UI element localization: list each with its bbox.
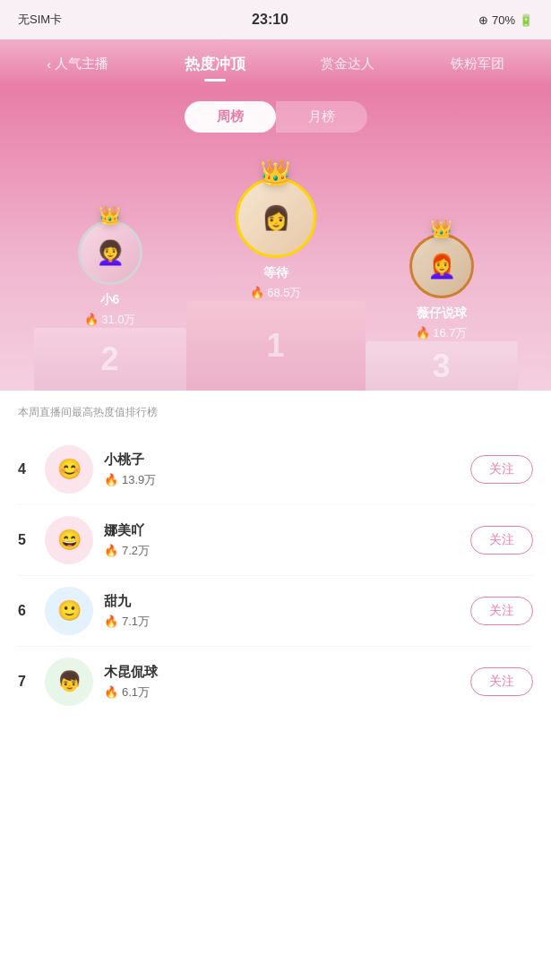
nav-tabs: ‹ 人气主播 热度冲顶 赏金达人 铁粉军团	[0, 48, 551, 87]
score-7: 6.1万	[122, 684, 150, 701]
tab-热度冲顶[interactable]: 热度冲顶	[185, 54, 245, 74]
battery-label: ⊕ 70% 🔋	[478, 13, 533, 27]
toggle-pills: 周榜 月榜	[18, 101, 533, 133]
avatar-6: 🙂	[45, 587, 93, 635]
fire-icon-4: 🔥	[104, 473, 118, 486]
score-6: 7.1万	[122, 614, 150, 630]
rank-1-score: 🔥 68.5万	[250, 285, 302, 301]
pill-weekly[interactable]: 周榜	[185, 101, 276, 133]
follow-button-4[interactable]: 关注	[470, 455, 533, 484]
follow-button-5[interactable]: 关注	[470, 526, 533, 554]
hero-section: 周榜 月榜 👑 👩‍🦱 小6 🔥 31.0万 2	[0, 87, 551, 391]
info-6: 甜九 🔥 7.1万	[104, 593, 470, 630]
rank-2-score: 🔥 31.0万	[84, 312, 136, 328]
name-7: 木昆侃球	[104, 664, 470, 681]
name-4: 小桃子	[104, 451, 470, 469]
rank-1-name: 等待	[263, 265, 288, 281]
rank-1-avatar: 👩	[236, 177, 316, 258]
info-4: 小桃子 🔥 13.9万	[104, 451, 470, 488]
rank-label-4: 4	[18, 461, 45, 477]
nav-back-button[interactable]: ‹ 人气主播	[47, 56, 108, 73]
back-label: 人气主播	[55, 56, 108, 73]
info-5: 娜美吖 🔥 7.2万	[104, 522, 470, 559]
rank-2-avatar-wrap: 👑 👩‍🦱	[78, 220, 142, 285]
list-item: 6 🙂 甜九 🔥 7.1万 关注	[18, 576, 533, 647]
fire-icon-5: 🔥	[104, 544, 118, 557]
fire-icon-3: 🔥	[416, 326, 430, 340]
rank-3-crown: 👑	[430, 218, 452, 239]
fire-icon-6: 🔥	[104, 615, 118, 628]
score-row-7: 🔥 6.1万	[104, 684, 470, 701]
rank-label-6: 6	[18, 603, 45, 619]
fire-icon-7: 🔥	[104, 685, 118, 699]
name-5: 娜美吖	[104, 522, 470, 539]
list-section: 本周直播间最高热度值排行榜 4 😊 小桃子 🔥 13.9万 关注 5 😄 娜美吖…	[0, 391, 551, 731]
list-item: 4 😊 小桃子 🔥 13.9万 关注	[18, 434, 533, 505]
podium-block-3: 3	[366, 341, 518, 391]
rank-3-person: 👑 👩‍🦰 薇仔说球 🔥 16.7万 3	[366, 234, 518, 391]
rank-3-score: 🔥 16.7万	[416, 325, 468, 341]
time-label: 23:10	[252, 12, 288, 28]
rank-1-avatar-wrap: 👑 👩	[236, 177, 316, 258]
podium-block-1: 1	[186, 301, 366, 391]
rank-2-crown: 👑	[99, 204, 121, 226]
name-6: 甜九	[104, 593, 470, 610]
rank-2-avatar: 👩‍🦱	[78, 220, 142, 285]
persons-row: 👑 👩‍🦱 小6 🔥 31.0万 2 👑 👩	[18, 177, 533, 391]
rank-2-person: 👑 👩‍🦱 小6 🔥 31.0万 2	[34, 220, 186, 391]
avatar-7: 👦	[45, 658, 93, 706]
status-bar: 无SIM卡 23:10 ⊕ 70% 🔋	[0, 0, 551, 39]
rank-label-5: 5	[18, 532, 45, 548]
pill-monthly[interactable]: 月榜	[276, 101, 367, 133]
fire-icon-2: 🔥	[84, 313, 99, 326]
avatar-5: 😄	[45, 516, 93, 564]
rank-1-person: 👑 👩 等待 🔥 68.5万 1	[186, 177, 366, 391]
rank-label-7: 7	[18, 674, 45, 690]
podium-block-2: 2	[34, 328, 186, 391]
avatar-4: 😊	[45, 445, 93, 494]
score-row-4: 🔥 13.9万	[104, 472, 470, 488]
fire-icon-1: 🔥	[250, 286, 264, 299]
rank-2-name: 小6	[100, 292, 120, 308]
rank-3-avatar: 👩‍🦰	[409, 234, 474, 298]
list-subtitle: 本周直播间最高热度值排行榜	[18, 405, 533, 420]
list-item: 7 👦 木昆侃球 🔥 6.1万 关注	[18, 647, 533, 717]
carrier-label: 无SIM卡	[18, 12, 62, 28]
tab-赏金达人[interactable]: 赏金达人	[321, 56, 375, 73]
back-arrow-icon: ‹	[47, 56, 51, 72]
follow-button-6[interactable]: 关注	[470, 597, 533, 625]
rank-3-avatar-wrap: 👑 👩‍🦰	[409, 234, 474, 298]
score-4: 13.9万	[122, 472, 156, 488]
info-7: 木昆侃球 🔥 6.1万	[104, 664, 470, 701]
podium-container: 👑 👩‍🦱 小6 🔥 31.0万 2 👑 👩	[18, 150, 533, 391]
score-row-5: 🔥 7.2万	[104, 543, 470, 559]
score-5: 7.2万	[122, 543, 150, 559]
follow-button-7[interactable]: 关注	[470, 667, 533, 696]
tab-铁粉军团[interactable]: 铁粉军团	[451, 56, 504, 73]
list-item: 5 😄 娜美吖 🔥 7.2万 关注	[18, 505, 533, 576]
rank-3-name: 薇仔说球	[417, 305, 467, 322]
rank-1-crown: 👑	[260, 158, 291, 187]
score-row-6: 🔥 7.1万	[104, 614, 470, 630]
top-nav: ‹ 人气主播 热度冲顶 赏金达人 铁粉军团	[0, 39, 551, 87]
